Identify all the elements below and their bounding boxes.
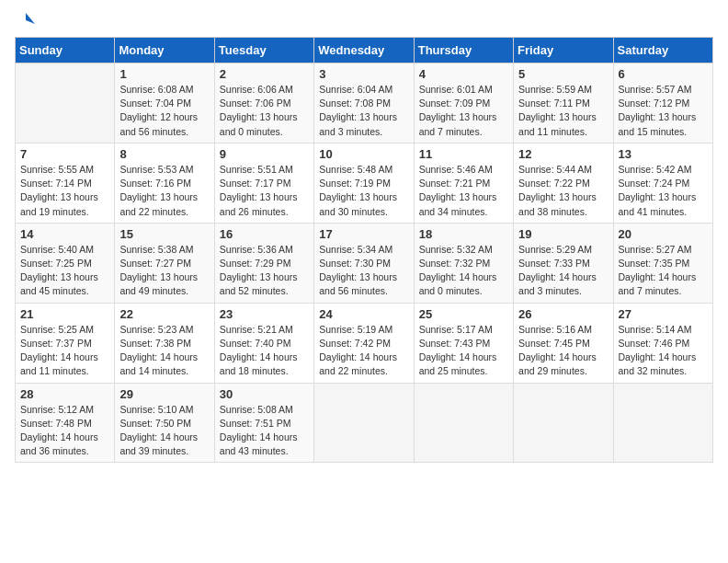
day-info: Sunrise: 5:29 AM Sunset: 7:33 PM Dayligh…	[518, 243, 608, 299]
day-info: Sunrise: 5:21 AM Sunset: 7:40 PM Dayligh…	[220, 323, 309, 379]
day-cell: 13Sunrise: 5:42 AM Sunset: 7:24 PM Dayli…	[613, 143, 712, 223]
day-cell: 25Sunrise: 5:17 AM Sunset: 7:43 PM Dayli…	[414, 303, 513, 383]
day-number: 6	[619, 67, 708, 81]
svg-marker-0	[26, 13, 35, 24]
day-number: 20	[619, 227, 708, 241]
day-cell: 14Sunrise: 5:40 AM Sunset: 7:25 PM Dayli…	[16, 223, 115, 303]
day-info: Sunrise: 5:46 AM Sunset: 7:21 PM Dayligh…	[419, 163, 508, 219]
day-cell: 12Sunrise: 5:44 AM Sunset: 7:22 PM Dayli…	[514, 143, 613, 223]
day-cell: 21Sunrise: 5:25 AM Sunset: 7:37 PM Dayli…	[16, 303, 115, 383]
day-number: 28	[20, 387, 109, 401]
day-number: 21	[20, 307, 109, 321]
day-number: 19	[518, 227, 608, 241]
day-number: 7	[20, 147, 109, 161]
day-number: 9	[220, 147, 309, 161]
day-header-tuesday: Tuesday	[214, 38, 313, 63]
day-cell	[514, 383, 613, 463]
day-cell	[613, 383, 712, 463]
day-info: Sunrise: 5:36 AM Sunset: 7:29 PM Dayligh…	[220, 243, 309, 299]
day-info: Sunrise: 5:44 AM Sunset: 7:22 PM Dayligh…	[518, 163, 608, 219]
day-number: 13	[619, 147, 708, 161]
day-number: 15	[119, 227, 209, 241]
day-info: Sunrise: 6:06 AM Sunset: 7:06 PM Dayligh…	[220, 83, 309, 139]
day-info: Sunrise: 5:27 AM Sunset: 7:35 PM Dayligh…	[619, 243, 708, 299]
day-info: Sunrise: 5:23 AM Sunset: 7:38 PM Dayligh…	[119, 323, 209, 379]
day-number: 2	[220, 67, 309, 81]
day-info: Sunrise: 5:17 AM Sunset: 7:43 PM Dayligh…	[419, 323, 508, 379]
day-info: Sunrise: 5:48 AM Sunset: 7:19 PM Dayligh…	[319, 163, 408, 219]
day-number: 3	[319, 67, 408, 81]
day-cell: 26Sunrise: 5:16 AM Sunset: 7:45 PM Dayli…	[514, 303, 613, 383]
day-cell: 2Sunrise: 6:06 AM Sunset: 7:06 PM Daylig…	[214, 63, 313, 144]
day-cell: 3Sunrise: 6:04 AM Sunset: 7:08 PM Daylig…	[314, 63, 414, 144]
day-info: Sunrise: 5:53 AM Sunset: 7:16 PM Dayligh…	[119, 163, 209, 219]
day-info: Sunrise: 5:34 AM Sunset: 7:30 PM Dayligh…	[319, 243, 408, 299]
day-cell: 23Sunrise: 5:21 AM Sunset: 7:40 PM Dayli…	[214, 303, 313, 383]
day-number: 12	[518, 147, 608, 161]
day-cell	[314, 383, 414, 463]
day-cell: 30Sunrise: 5:08 AM Sunset: 7:51 PM Dayli…	[214, 383, 313, 463]
day-number: 10	[319, 147, 408, 161]
day-cell: 15Sunrise: 5:38 AM Sunset: 7:27 PM Dayli…	[115, 223, 214, 303]
day-number: 25	[419, 307, 508, 321]
day-info: Sunrise: 5:57 AM Sunset: 7:12 PM Dayligh…	[619, 83, 708, 139]
day-number: 26	[518, 307, 608, 321]
day-number: 11	[419, 147, 508, 161]
day-header-friday: Friday	[514, 38, 613, 63]
day-number: 29	[119, 387, 209, 401]
day-header-thursday: Thursday	[414, 38, 513, 63]
day-info: Sunrise: 5:14 AM Sunset: 7:46 PM Dayligh…	[619, 323, 708, 379]
day-info: Sunrise: 5:40 AM Sunset: 7:25 PM Dayligh…	[20, 243, 109, 299]
week-row-4: 21Sunrise: 5:25 AM Sunset: 7:37 PM Dayli…	[16, 303, 713, 383]
day-number: 23	[220, 307, 309, 321]
day-cell: 5Sunrise: 5:59 AM Sunset: 7:11 PM Daylig…	[514, 63, 613, 144]
day-cell: 8Sunrise: 5:53 AM Sunset: 7:16 PM Daylig…	[115, 143, 214, 223]
logo-bird-icon	[17, 11, 35, 29]
day-info: Sunrise: 5:19 AM Sunset: 7:42 PM Dayligh…	[319, 323, 408, 379]
day-info: Sunrise: 5:38 AM Sunset: 7:27 PM Dayligh…	[119, 243, 209, 299]
day-info: Sunrise: 6:01 AM Sunset: 7:09 PM Dayligh…	[419, 83, 508, 139]
logo	[15, 15, 35, 29]
day-cell: 20Sunrise: 5:27 AM Sunset: 7:35 PM Dayli…	[613, 223, 712, 303]
day-number: 1	[119, 67, 209, 81]
day-info: Sunrise: 5:25 AM Sunset: 7:37 PM Dayligh…	[20, 323, 109, 379]
day-cell	[16, 63, 115, 144]
day-cell: 1Sunrise: 6:08 AM Sunset: 7:04 PM Daylig…	[115, 63, 214, 144]
day-info: Sunrise: 5:42 AM Sunset: 7:24 PM Dayligh…	[619, 163, 708, 219]
day-cell: 22Sunrise: 5:23 AM Sunset: 7:38 PM Dayli…	[115, 303, 214, 383]
week-row-5: 28Sunrise: 5:12 AM Sunset: 7:48 PM Dayli…	[16, 383, 713, 463]
day-number: 18	[419, 227, 508, 241]
week-row-3: 14Sunrise: 5:40 AM Sunset: 7:25 PM Dayli…	[16, 223, 713, 303]
day-info: Sunrise: 5:10 AM Sunset: 7:50 PM Dayligh…	[119, 403, 209, 459]
day-cell: 11Sunrise: 5:46 AM Sunset: 7:21 PM Dayli…	[414, 143, 513, 223]
day-cell: 29Sunrise: 5:10 AM Sunset: 7:50 PM Dayli…	[115, 383, 214, 463]
day-number: 27	[619, 307, 708, 321]
week-row-1: 1Sunrise: 6:08 AM Sunset: 7:04 PM Daylig…	[16, 63, 713, 144]
day-cell: 28Sunrise: 5:12 AM Sunset: 7:48 PM Dayli…	[16, 383, 115, 463]
day-info: Sunrise: 6:08 AM Sunset: 7:04 PM Dayligh…	[119, 83, 209, 139]
day-number: 24	[319, 307, 408, 321]
calendar-table: SundayMondayTuesdayWednesdayThursdayFrid…	[15, 37, 713, 463]
day-number: 4	[419, 67, 508, 81]
day-cell: 17Sunrise: 5:34 AM Sunset: 7:30 PM Dayli…	[314, 223, 414, 303]
day-info: Sunrise: 5:32 AM Sunset: 7:32 PM Dayligh…	[419, 243, 508, 299]
day-cell: 9Sunrise: 5:51 AM Sunset: 7:17 PM Daylig…	[214, 143, 313, 223]
day-info: Sunrise: 5:12 AM Sunset: 7:48 PM Dayligh…	[20, 403, 109, 459]
day-cell: 19Sunrise: 5:29 AM Sunset: 7:33 PM Dayli…	[514, 223, 613, 303]
day-cell: 4Sunrise: 6:01 AM Sunset: 7:09 PM Daylig…	[414, 63, 513, 144]
day-header-wednesday: Wednesday	[314, 38, 414, 63]
day-number: 30	[220, 387, 309, 401]
day-header-monday: Monday	[115, 38, 214, 63]
day-info: Sunrise: 5:51 AM Sunset: 7:17 PM Dayligh…	[220, 163, 309, 219]
day-number: 8	[119, 147, 209, 161]
day-cell: 16Sunrise: 5:36 AM Sunset: 7:29 PM Dayli…	[214, 223, 313, 303]
day-cell: 7Sunrise: 5:55 AM Sunset: 7:14 PM Daylig…	[16, 143, 115, 223]
header	[15, 15, 713, 29]
day-cell: 24Sunrise: 5:19 AM Sunset: 7:42 PM Dayli…	[314, 303, 414, 383]
day-info: Sunrise: 5:59 AM Sunset: 7:11 PM Dayligh…	[518, 83, 608, 139]
day-number: 14	[20, 227, 109, 241]
calendar-header-row: SundayMondayTuesdayWednesdayThursdayFrid…	[16, 38, 713, 63]
day-number: 17	[319, 227, 408, 241]
day-info: Sunrise: 5:55 AM Sunset: 7:14 PM Dayligh…	[20, 163, 109, 219]
week-row-2: 7Sunrise: 5:55 AM Sunset: 7:14 PM Daylig…	[16, 143, 713, 223]
